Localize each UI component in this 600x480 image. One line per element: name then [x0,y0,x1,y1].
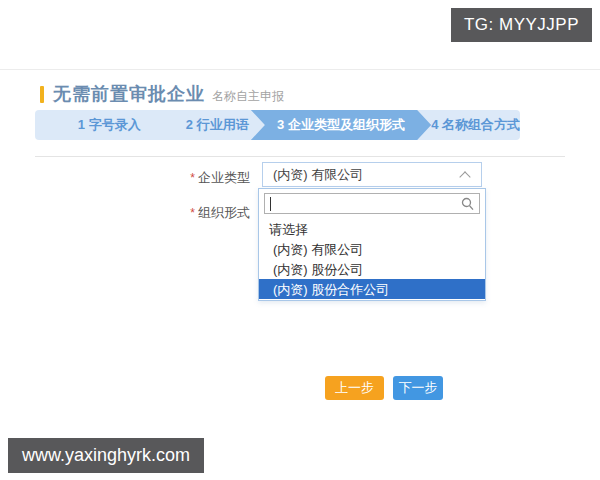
option-stock-cooperative-company-selected[interactable]: (内资) 股份合作公司 [259,279,485,299]
page-title: 无需前置审批企业 [53,82,205,106]
required-asterisk: * [190,171,195,185]
search-icon [461,197,474,215]
option-limited-company[interactable]: (内资) 有限公司 [259,239,485,259]
title-accent-bar [40,86,44,103]
step-2-hangye[interactable]: 2 行业用语 [184,110,251,140]
tg-watermark-badge: TG: MYYJJPP [451,8,592,42]
step-4-mingcheng[interactable]: 4 名称组合方式 [431,110,520,140]
prev-step-button[interactable]: 上一步 [325,376,384,400]
option-stock-company[interactable]: (内资) 股份公司 [259,259,485,279]
company-type-label-text: 企业类型 [198,170,250,185]
page-subtitle: 名称自主申报 [212,88,284,105]
required-asterisk: * [190,206,195,220]
dropdown-search-box [264,193,480,214]
dropdown-option-list: 请选择 (内资) 有限公司 (内资) 股份公司 (内资) 股份合作公司 [259,218,485,299]
step-1-zihao[interactable]: 1 字号录入 [35,110,184,140]
next-step-button[interactable]: 下一步 [393,376,443,400]
chevron-up-icon [459,171,470,182]
org-form-label: *组织形式 [150,204,250,222]
dropdown-search-input[interactable] [265,194,479,213]
step-3-qiyeleixing-active[interactable]: 3 企业类型及组织形式 [251,110,431,140]
step-bar: 1 字号录入 2 行业用语 3 企业类型及组织形式 4 名称组合方式 [35,110,520,140]
option-placeholder[interactable]: 请选择 [259,219,485,239]
top-divider [0,69,600,70]
company-type-select[interactable]: (内资) 有限公司 [262,162,482,187]
company-type-label: *企业类型 [150,169,250,187]
page-header: 无需前置审批企业 名称自主申报 [40,82,284,106]
form-divider [35,156,565,157]
site-watermark-badge: www.yaxinghyrk.com [8,438,204,473]
company-type-selected-value: (内资) 有限公司 [263,166,461,184]
company-type-dropdown: 请选择 (内资) 有限公司 (内资) 股份公司 (内资) 股份合作公司 [258,188,486,301]
org-form-label-text: 组织形式 [198,205,250,220]
text-cursor [270,197,271,211]
page: TG: MYYJJPP 无需前置审批企业 名称自主申报 1 字号录入 2 行业用… [0,0,600,480]
